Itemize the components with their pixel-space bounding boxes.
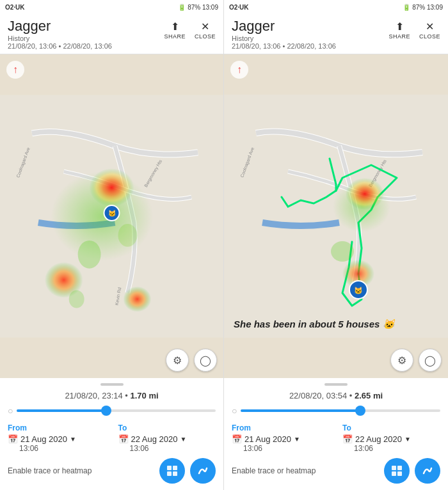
to-dropdown-left[interactable]: ▼ bbox=[180, 436, 187, 443]
close-icon-left: ✕ bbox=[201, 20, 209, 33]
north-arrow-right: ↑ bbox=[230, 61, 248, 79]
slider-fill-left bbox=[17, 409, 106, 412]
svg-rect-16 bbox=[173, 471, 177, 476]
slider-track-right[interactable] bbox=[241, 409, 440, 412]
heatmap-button-right[interactable] bbox=[384, 458, 410, 484]
location-button-right[interactable]: ◯ bbox=[419, 349, 442, 372]
to-label-right: To bbox=[342, 423, 440, 432]
map-buttons-right: ⚙ ◯ bbox=[390, 349, 442, 372]
status-bar-right: O2·UK 🔋 87% 13:09 bbox=[224, 0, 448, 14]
share-icon-left: ⬆ bbox=[171, 20, 179, 33]
svg-rect-15 bbox=[167, 471, 172, 476]
close-icon-right: ✕ bbox=[426, 20, 434, 33]
svg-rect-29 bbox=[397, 471, 402, 476]
share-button-left[interactable]: ⬆ SHARE bbox=[164, 20, 186, 40]
svg-rect-28 bbox=[392, 471, 396, 476]
svg-rect-14 bbox=[173, 466, 177, 470]
svg-text:🐱: 🐱 bbox=[108, 209, 116, 217]
svg-point-21 bbox=[346, 178, 384, 210]
heatmap-button-left[interactable] bbox=[159, 458, 185, 484]
from-date-row-left: 📅 21 Aug 2020 ▼ bbox=[8, 434, 106, 444]
pet-name-right: Jagger bbox=[232, 18, 388, 35]
settings-button-right[interactable]: ⚙ bbox=[390, 349, 413, 372]
svg-point-9 bbox=[118, 224, 137, 247]
battery-icon-right: 🔋 bbox=[403, 4, 410, 11]
separator-right: • bbox=[349, 391, 355, 400]
header-actions-left: ⬆ SHARE ✕ CLOSE bbox=[164, 18, 216, 40]
slider-start-icon-right: ○ bbox=[232, 406, 237, 416]
from-date-right: 21 Aug 2020 bbox=[244, 434, 291, 444]
battery-icon-left: 🔋 bbox=[178, 4, 186, 11]
from-label-left: From bbox=[8, 423, 106, 432]
svg-rect-26 bbox=[392, 466, 396, 470]
status-carrier-right: O2·UK bbox=[229, 4, 249, 11]
trace-icon-right bbox=[421, 464, 434, 477]
from-dropdown-left[interactable]: ▼ bbox=[70, 436, 76, 443]
map-left: Coolnagard Ave Bergmoney Hts Kevin Rd bbox=[0, 54, 223, 378]
trace-button-left[interactable] bbox=[190, 458, 216, 484]
to-dropdown-right[interactable]: ▼ bbox=[404, 436, 411, 443]
heatmap-icon-left bbox=[166, 464, 179, 477]
settings-button-left[interactable]: ⚙ bbox=[166, 349, 189, 372]
footer-row-left: Enable trace or heatmap bbox=[8, 458, 216, 484]
to-time-left: 13:06 bbox=[130, 444, 216, 453]
map-right: Coolnagard Ave Bergmoney Hts bbox=[224, 54, 448, 378]
slider-track-left[interactable] bbox=[17, 409, 216, 412]
share-button-right[interactable]: ⬆ SHARE bbox=[388, 20, 410, 40]
from-col-right: From 📅 21 Aug 2020 ▼ 13:06 bbox=[232, 423, 330, 453]
slider-thumb-left[interactable] bbox=[101, 406, 111, 416]
svg-point-8 bbox=[78, 241, 101, 269]
slider-thumb-right[interactable] bbox=[355, 406, 365, 416]
history-label-right: History bbox=[232, 35, 388, 42]
calendar-icon-to-right: 📅 bbox=[342, 434, 353, 444]
from-to-row-right: From 📅 21 Aug 2020 ▼ 13:06 To 📅 22 Aug 2… bbox=[232, 423, 440, 453]
location-button-left[interactable]: ◯ bbox=[194, 349, 217, 372]
from-date-left: 21 Aug 2020 bbox=[20, 434, 67, 444]
drag-handle-right bbox=[324, 383, 348, 386]
to-col-left: To 📅 22 Aug 2020 ▼ 13:06 bbox=[118, 423, 216, 453]
from-date-row-right: 📅 21 Aug 2020 ▼ bbox=[232, 434, 330, 444]
close-button-right[interactable]: ✕ CLOSE bbox=[419, 20, 440, 40]
header-actions-right: ⬆ SHARE ✕ CLOSE bbox=[388, 18, 440, 40]
footer-row-right: Enable trace or heatmap bbox=[232, 458, 440, 484]
enable-label-right: Enable trace or heatmap bbox=[232, 466, 316, 475]
timestamp-left: 21/08/20, 23:14 bbox=[65, 391, 122, 400]
header-right: Jagger History 21/08/20, 13:06 • 22/08/2… bbox=[224, 14, 448, 54]
to-date-row-right: 📅 22 Aug 2020 ▼ bbox=[342, 434, 440, 444]
calendar-icon-from-right: 📅 bbox=[232, 434, 242, 444]
status-bar-left: O2·UK 🔋 87% 13:09 bbox=[0, 0, 223, 14]
to-col-right: To 📅 22 Aug 2020 ▼ 13:06 bbox=[342, 423, 440, 453]
enable-label-left: Enable trace or heatmap bbox=[8, 466, 92, 475]
date-range-right: 21/08/20, 13:06 • 22/08/20, 13:06 bbox=[232, 42, 388, 50]
trace-icon-left bbox=[196, 464, 209, 477]
separator-left: • bbox=[125, 391, 130, 400]
north-arrow-left: ↑ bbox=[6, 61, 24, 79]
distance-right: 2.65 mi bbox=[355, 391, 383, 400]
to-time-right: 13:06 bbox=[354, 444, 440, 453]
from-time-right: 13:06 bbox=[243, 444, 330, 453]
footer-btns-right bbox=[384, 458, 440, 484]
to-date-left: 22 Aug 2020 bbox=[131, 434, 178, 444]
trace-button-right[interactable] bbox=[415, 458, 440, 484]
heatmap-icon-right bbox=[390, 464, 403, 477]
to-date-row-left: 📅 22 Aug 2020 ▼ bbox=[118, 434, 216, 444]
left-panel: O2·UK 🔋 87% 13:09 Jagger History 21/08/2… bbox=[0, 0, 224, 490]
right-panel: O2·UK 🔋 87% 13:09 Jagger History 21/08/2… bbox=[224, 0, 448, 490]
calendar-icon-from-left: 📅 bbox=[8, 434, 18, 444]
timestamp-row-left: 21/08/20, 23:14 • 1.70 mi bbox=[8, 391, 216, 400]
svg-rect-13 bbox=[167, 466, 172, 470]
close-button-left[interactable]: ✕ CLOSE bbox=[195, 20, 216, 40]
pet-name-left: Jagger bbox=[8, 18, 164, 35]
distance-left: 1.70 mi bbox=[131, 391, 159, 400]
from-time-left: 13:06 bbox=[19, 444, 106, 453]
svg-text:🐱: 🐱 bbox=[354, 286, 363, 295]
date-range-left: 21/08/20, 13:06 • 22/08/20, 13:06 bbox=[8, 42, 164, 50]
status-right-right: 🔋 87% 13:09 bbox=[403, 4, 443, 11]
from-dropdown-right[interactable]: ▼ bbox=[294, 436, 300, 443]
drag-handle-left bbox=[100, 383, 124, 386]
footer-btns-left bbox=[159, 458, 216, 484]
slider-row-left: ○ bbox=[8, 406, 216, 416]
to-date-right: 22 Aug 2020 bbox=[355, 434, 402, 444]
bottom-panel-left: 21/08/20, 23:14 • 1.70 mi ○ From 📅 21 Au… bbox=[0, 378, 223, 490]
header-left: Jagger History 21/08/20, 13:06 • 22/08/2… bbox=[0, 14, 223, 54]
